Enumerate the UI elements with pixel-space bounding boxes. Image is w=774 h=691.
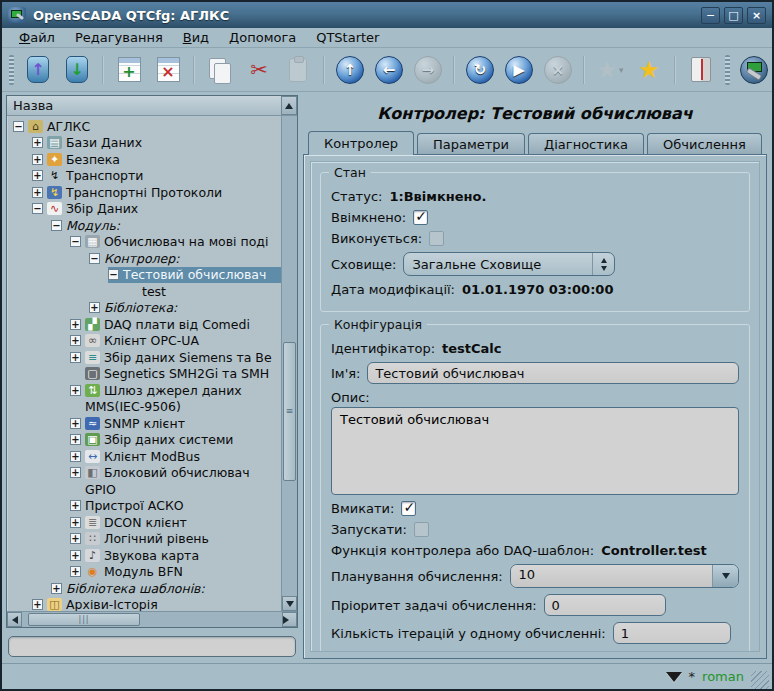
expand-icon[interactable]: + [70, 418, 81, 429]
enabled-checkbox[interactable] [413, 210, 428, 225]
refresh-button[interactable]: ↻ [462, 52, 498, 88]
add-item-button[interactable]: + [111, 52, 147, 88]
vertical-scrollbar[interactable] [281, 116, 297, 611]
collapse-icon[interactable]: − [70, 236, 81, 247]
name-input[interactable]: Тестовий обчислювач [367, 362, 739, 384]
chevron-down-icon[interactable] [712, 565, 738, 587]
copy-item-button[interactable] [202, 52, 238, 88]
tree-item-тестовий-обчислювач[interactable]: −Тестовий обчислювач [7, 267, 281, 284]
close-button[interactable]: × [747, 7, 766, 24]
scroll-left-button[interactable] [7, 612, 22, 627]
expand-icon[interactable]: + [70, 352, 81, 363]
tree-item-збір-даних-siemens-та-be[interactable]: +≡Збір даних Siemens та Be [7, 349, 281, 366]
expand-icon[interactable]: + [70, 500, 81, 511]
collapse-icon[interactable]: − [51, 220, 62, 231]
tree-item-обчислювач-на-мові-поді[interactable]: −▦Обчислювач на мові поді [7, 234, 281, 251]
tree-item-бібліотека-[interactable]: +Бібліотека: [7, 300, 281, 317]
back-button[interactable]: ← [371, 52, 407, 88]
expand-icon[interactable]: + [70, 451, 81, 462]
tree-item-segnetics-smh2gi-та-smh[interactable]: ▢Segnetics SMH2Gi та SMH [7, 366, 281, 383]
tree-item-test[interactable]: test [7, 283, 281, 300]
qtcfg-starter-button[interactable] [736, 52, 772, 88]
tree-item-логічний-рівень[interactable]: +∷Логічний рівень [7, 531, 281, 548]
tab-обчислення[interactable]: Обчислення [647, 133, 762, 154]
cut-item-button[interactable]: ✂ [241, 52, 277, 88]
vertical-scrollbar-thumb[interactable] [283, 342, 296, 481]
chevron-down-icon[interactable]: ▾ [619, 65, 624, 75]
tree-item-snmp-клієнт[interactable]: +≈SNMP клієнт [7, 415, 281, 432]
manual-button[interactable] [683, 52, 719, 88]
tree-header-name[interactable]: Назва [7, 96, 281, 115]
expand-icon[interactable]: + [51, 583, 62, 594]
menu-item-вид[interactable]: Вид [174, 29, 218, 46]
scroll-up-button[interactable] [281, 96, 297, 115]
tree-item-mms-iec-9506-[interactable]: MMS(IEC-9506) [7, 399, 281, 416]
to-enable-checkbox[interactable] [401, 501, 416, 516]
tree-item-модуль-[interactable]: −Модуль: [7, 217, 281, 234]
menu-item-редагування[interactable]: Редагування [66, 29, 172, 46]
collapse-icon[interactable]: − [13, 121, 24, 132]
description-textarea[interactable]: Тестовий обчислювач [331, 407, 739, 495]
tree-item-блоковий-обчислювач[interactable]: +◧Блоковий обчислювач [7, 465, 281, 482]
tree-item-клієнт-modbus[interactable]: +↔Клієнт ModBus [7, 448, 281, 465]
resize-grip-icon[interactable] [751, 671, 769, 689]
tree-item-контролер-[interactable]: −Контролер: [7, 250, 281, 267]
tree-item-dcon-клієнт[interactable]: +≣DCON клієнт [7, 514, 281, 531]
load-from-db-button[interactable]: ↑ [20, 52, 56, 88]
tab-діагностика[interactable]: Діагностика [528, 133, 644, 154]
expand-icon[interactable]: + [89, 302, 100, 313]
paste-item-button[interactable] [280, 52, 316, 88]
title-bar[interactable]: OpenSCADA QTCfg: АГЛКС ─ □ × [2, 2, 772, 28]
collapse-icon[interactable]: − [89, 253, 100, 264]
tree-item-шлюз-джерел-даних[interactable]: +⇅Шлюз джерел даних [7, 382, 281, 399]
tree-item-транспортні-протоколи[interactable]: +↯Транспортні Протоколи [7, 184, 281, 201]
menu-item-допомога[interactable]: Допомога [220, 29, 305, 46]
toolbar-drag-handle[interactable] [725, 55, 730, 85]
expand-icon[interactable]: + [70, 566, 81, 577]
maximize-button[interactable]: □ [724, 7, 743, 24]
expand-icon[interactable]: + [70, 550, 81, 561]
tree-item-клієнт-opc-ua[interactable]: +∞Клієнт OPC-UA [7, 333, 281, 350]
expand-icon[interactable]: + [32, 170, 43, 181]
expand-icon[interactable]: + [32, 187, 43, 198]
tree-item-gpio[interactable]: GPIO [7, 481, 281, 498]
schedule-combobox[interactable]: 10 [510, 564, 739, 588]
tree-item-звукова-карта[interactable]: +♪Звукова карта [7, 547, 281, 564]
save-to-db-button[interactable]: ↓ [59, 52, 95, 88]
expand-icon[interactable]: + [70, 517, 81, 528]
favorites-button[interactable]: ★▾ [592, 52, 628, 88]
tree-item-модуль-bfn[interactable]: +◉Модуль BFN [7, 564, 281, 581]
spinner-arrows-icon[interactable] [592, 253, 614, 275]
horizontal-scrollbar[interactable] [7, 611, 297, 627]
stop-updating-button[interactable]: × [540, 52, 576, 88]
add-favorite-button[interactable]: ★ [631, 52, 667, 88]
up-level-button[interactable]: ↑ [332, 52, 368, 88]
menu-item-qtstarter[interactable]: QTStarter [307, 29, 388, 46]
expand-icon[interactable]: + [70, 385, 81, 396]
tree-item-аглкс[interactable]: −⌂АГЛКС [7, 118, 281, 135]
minimize-button[interactable]: ─ [701, 7, 720, 24]
tree-item-бібліотека-шаблонів-[interactable]: +Бібліотека шаблонів: [7, 580, 281, 597]
tree-item-пристрої-аско[interactable]: +Пристрої АСКО [7, 498, 281, 515]
horizontal-scrollbar-thumb[interactable] [28, 613, 140, 626]
forward-button[interactable]: → [410, 52, 446, 88]
tree-item-транспорти[interactable]: +↯Транспорти [7, 168, 281, 185]
tree-item-daq-плати-від-comedi[interactable]: +▞DAQ плати від Comedi [7, 316, 281, 333]
expand-icon[interactable]: + [32, 137, 43, 148]
start-updating-button[interactable]: ▶ [501, 52, 537, 88]
tree-item-безпека[interactable]: +✦Безпека [7, 151, 281, 168]
tree-item-збір-даних-системи[interactable]: +▣Збір даних системи [7, 432, 281, 449]
tree-item-архіви-історія[interactable]: +◫Архіви-Історія [7, 597, 281, 612]
scroll-down-button[interactable] [282, 596, 297, 611]
expand-icon[interactable]: + [32, 599, 43, 610]
tree-item-бази-даних[interactable]: +▤Бази Даних [7, 135, 281, 152]
tab-параметри[interactable]: Параметри [417, 133, 525, 154]
tab-контролер[interactable]: Контролер [308, 131, 414, 155]
tree-item-збір-даних[interactable]: −∿Збір Даних [7, 201, 281, 218]
expand-icon[interactable]: + [70, 533, 81, 544]
toolbar-drag-handle[interactable] [9, 55, 14, 85]
priority-input[interactable]: 0 [544, 594, 666, 616]
expand-icon[interactable]: + [70, 319, 81, 330]
delete-item-button[interactable]: × [150, 52, 186, 88]
collapse-icon[interactable]: − [108, 269, 119, 280]
